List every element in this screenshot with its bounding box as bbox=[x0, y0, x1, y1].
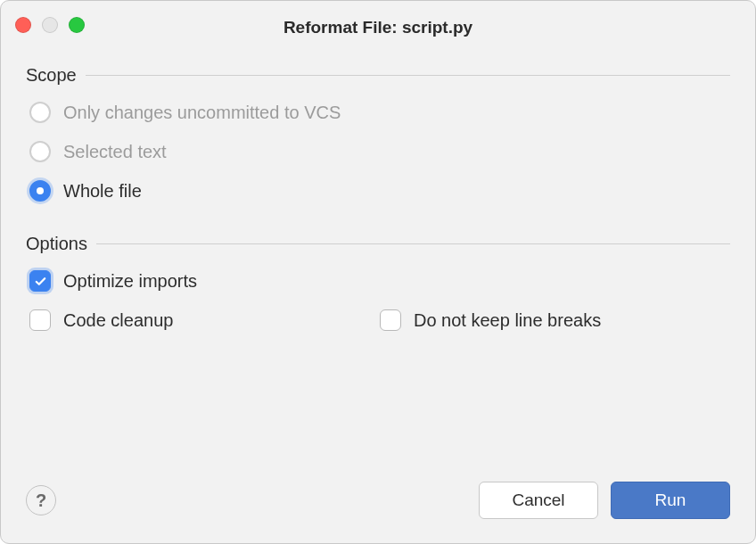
close-window-icon[interactable] bbox=[15, 17, 31, 33]
options-heading: Options bbox=[26, 234, 87, 254]
divider bbox=[96, 243, 730, 244]
checkbox-icon bbox=[29, 309, 51, 331]
radio-icon bbox=[29, 102, 51, 123]
dialog-content: Scope Only changes uncommitted to VCS Se… bbox=[1, 44, 755, 468]
window-controls bbox=[15, 17, 85, 33]
option-label: Optimize imports bbox=[63, 271, 197, 292]
scope-option-label: Selected text bbox=[63, 142, 167, 162]
zoom-window-icon[interactable] bbox=[69, 17, 85, 33]
option-optimize-imports[interactable]: Optimize imports bbox=[29, 270, 730, 292]
radio-icon bbox=[29, 141, 51, 162]
cancel-button[interactable]: Cancel bbox=[479, 482, 598, 519]
scope-heading: Scope bbox=[26, 65, 77, 86]
divider bbox=[86, 75, 730, 76]
checkbox-icon bbox=[380, 309, 401, 331]
scope-option-uncommitted: Only changes uncommitted to VCS bbox=[29, 102, 730, 123]
scope-option-label: Only changes uncommitted to VCS bbox=[63, 103, 341, 123]
radio-icon bbox=[29, 180, 51, 202]
help-button[interactable]: ? bbox=[26, 485, 56, 515]
dialog-footer: ? Cancel Run bbox=[1, 468, 755, 543]
run-button[interactable]: Run bbox=[611, 482, 730, 519]
option-label: Do not keep line breaks bbox=[414, 310, 601, 331]
button-label: Run bbox=[655, 490, 686, 510]
titlebar: Reformat File: script.py bbox=[1, 1, 755, 44]
help-icon: ? bbox=[36, 490, 46, 511]
options-section-header: Options bbox=[26, 234, 730, 254]
button-label: Cancel bbox=[512, 490, 564, 510]
options-group: Optimize imports Code cleanup Do not kee… bbox=[29, 270, 730, 331]
checkbox-icon bbox=[29, 270, 51, 292]
option-label: Code cleanup bbox=[63, 310, 173, 331]
dialog-title: Reformat File: script.py bbox=[12, 7, 744, 37]
scope-radiogroup: Only changes uncommitted to VCS Selected… bbox=[29, 102, 730, 202]
reformat-file-dialog: Reformat File: script.py Scope Only chan… bbox=[0, 0, 756, 544]
minimize-window-icon bbox=[42, 17, 58, 33]
scope-option-whole-file[interactable]: Whole file bbox=[29, 180, 730, 202]
scope-option-label: Whole file bbox=[63, 181, 142, 202]
scope-section-header: Scope bbox=[26, 65, 730, 86]
option-no-line-breaks[interactable]: Do not keep line breaks bbox=[380, 309, 730, 331]
scope-option-selected-text: Selected text bbox=[29, 141, 730, 162]
option-code-cleanup[interactable]: Code cleanup bbox=[29, 309, 380, 331]
